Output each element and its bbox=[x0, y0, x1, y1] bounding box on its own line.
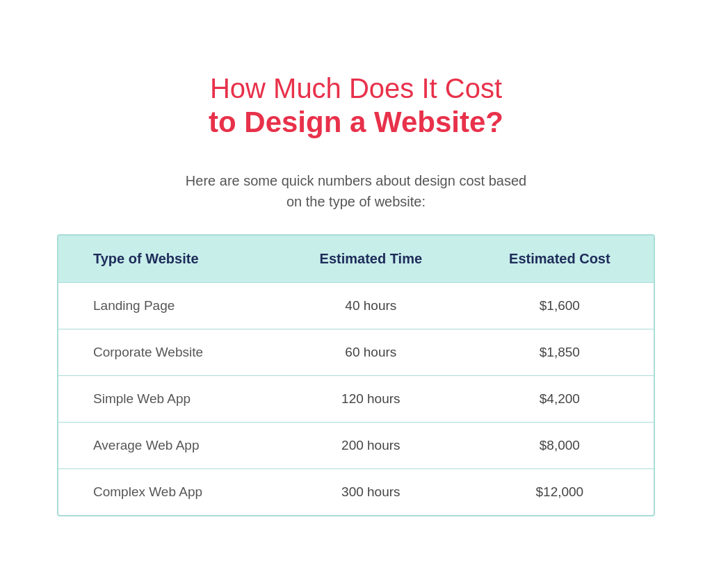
col-header-cost: Estimated Cost bbox=[466, 236, 654, 283]
title-line2: to Design a Website? bbox=[209, 105, 503, 140]
table-row: Average Web App200 hours$8,000 bbox=[58, 423, 654, 469]
table-wrapper: Type of Website Estimated Time Estimated… bbox=[57, 234, 655, 516]
cell-type: Simple Web App bbox=[58, 376, 276, 423]
table-row: Landing Page40 hours$1,600 bbox=[58, 283, 654, 329]
subtitle: Here are some quick numbers about design… bbox=[186, 170, 526, 212]
col-header-type: Type of Website bbox=[58, 236, 276, 283]
table-row: Corporate Website60 hours$1,850 bbox=[58, 329, 654, 376]
cell-cost: $1,850 bbox=[466, 329, 654, 376]
cell-cost: $8,000 bbox=[466, 423, 654, 469]
table-row: Complex Web App300 hours$12,000 bbox=[58, 469, 654, 516]
cell-time: 200 hours bbox=[276, 423, 466, 469]
main-container: How Much Does It Cost to Design a Websit… bbox=[57, 72, 655, 516]
title-section: How Much Does It Cost to Design a Websit… bbox=[209, 72, 503, 140]
cell-cost: $4,200 bbox=[466, 376, 654, 423]
cell-type: Corporate Website bbox=[58, 329, 276, 376]
title-line1: How Much Does It Cost bbox=[209, 72, 503, 105]
cost-table: Type of Website Estimated Time Estimated… bbox=[58, 236, 654, 515]
cell-type: Complex Web App bbox=[58, 469, 276, 516]
col-header-time: Estimated Time bbox=[276, 236, 466, 283]
cell-time: 300 hours bbox=[276, 469, 466, 516]
cell-time: 120 hours bbox=[276, 376, 466, 423]
table-row: Simple Web App120 hours$4,200 bbox=[58, 376, 654, 423]
cell-time: 40 hours bbox=[276, 283, 466, 329]
cell-cost: $1,600 bbox=[466, 283, 654, 329]
cell-type: Average Web App bbox=[58, 423, 276, 469]
cell-cost: $12,000 bbox=[466, 469, 654, 516]
cell-type: Landing Page bbox=[58, 283, 276, 329]
table-header-row: Type of Website Estimated Time Estimated… bbox=[58, 236, 654, 283]
cell-time: 60 hours bbox=[276, 329, 466, 376]
